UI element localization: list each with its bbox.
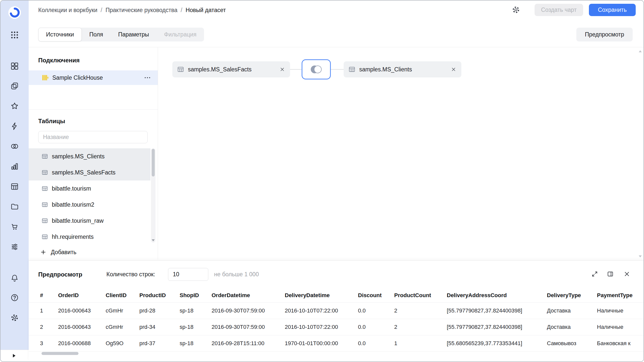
cell: 2016-000643 <box>58 324 106 330</box>
connection-name: Sample ClickHouse <box>52 74 103 81</box>
breadcrumb-collections[interactable]: Коллекции и воркбуки <box>38 7 97 14</box>
source-node-label: samples.MS_Clients <box>359 66 451 73</box>
column-header: # <box>40 292 58 299</box>
breadcrumb-guides[interactable]: Практические руководства <box>105 7 177 14</box>
files-folder-icon[interactable] <box>10 202 19 211</box>
help-icon[interactable] <box>10 293 19 302</box>
table-list-item[interactable]: samples.MS_SalesFacts <box>29 164 150 180</box>
cell: sp-18 <box>180 307 212 314</box>
widgets-icon[interactable] <box>10 62 19 70</box>
dataset-settings-gear-icon[interactable] <box>512 6 520 14</box>
preview-table: # OrderID ClientID ProductID ShopID Orde… <box>29 288 643 352</box>
save-button[interactable]: Сохранить <box>589 4 636 16</box>
horizontal-scrollbar-thumb[interactable] <box>42 352 78 355</box>
connections-lightning-icon[interactable] <box>10 122 19 130</box>
join-canvas: samples.MS_SalesFacts samples.MS_Clients <box>158 47 643 259</box>
sources-panel: Подключения Sample ClickHouse Таблицы sa… <box>29 47 158 259</box>
cell: 0.0 <box>358 324 394 330</box>
cell: 2 <box>394 307 447 314</box>
table-name: samples.MS_Clients <box>52 153 105 160</box>
charts-bar-icon[interactable] <box>10 162 19 171</box>
cell: 2016-09-30T07:59:00 <box>212 324 285 330</box>
cell: sp-18 <box>180 324 212 330</box>
row-count-input[interactable] <box>168 268 208 281</box>
collections-icon[interactable] <box>10 82 19 90</box>
table-search-input[interactable] <box>38 131 148 143</box>
datalens-logo[interactable] <box>8 6 21 19</box>
table-name: bibattle.tourism2 <box>52 201 94 208</box>
table-list-item[interactable]: bibattle.tourism_raw <box>29 213 150 229</box>
column-header: DeliveryType <box>547 292 597 299</box>
preview-panel: Предпросмотр Количество строк: не больше… <box>29 260 643 361</box>
cell: [55.797790827,37.824400398] <box>447 324 547 330</box>
cell: Og59O <box>106 340 139 347</box>
join-connector-line <box>290 69 302 70</box>
preview-title: Предпросмотр <box>38 261 82 288</box>
notifications-bell-icon[interactable] <box>10 274 19 282</box>
favorites-star-icon[interactable] <box>10 102 19 110</box>
scroll-down-arrow-icon[interactable] <box>639 255 642 257</box>
services-sliders-icon[interactable] <box>10 243 19 251</box>
column-header: DeliveryAddressCoord <box>447 292 547 299</box>
table-row: 1 2016-000643 cGmHr prd-28 sp-18 2016-09… <box>29 303 643 319</box>
preview-layout-icon[interactable] <box>607 270 614 278</box>
connection-menu-icon[interactable] <box>144 74 151 81</box>
cell: Самовывоз <box>547 340 597 347</box>
plus-icon <box>40 249 47 255</box>
cell: Наличные <box>597 307 643 314</box>
cell: 3 <box>40 340 58 347</box>
cell: 2 <box>394 324 447 330</box>
create-chart-button[interactable]: Создать чарт <box>535 4 583 16</box>
preview-toggle-button[interactable]: Предпросмотр <box>576 28 633 41</box>
table-list-item[interactable]: hh.requirements <box>29 229 150 245</box>
canvas-scrollbar[interactable] <box>638 50 642 257</box>
column-header: OrderDatetime <box>212 292 285 299</box>
tab-filtering[interactable]: Фильтрация <box>156 28 204 41</box>
preview-table-header: # OrderID ClientID ProductID ShopID Orde… <box>29 288 643 303</box>
marketplace-cart-icon[interactable] <box>10 222 19 231</box>
cell: cGmHr <box>106 307 139 314</box>
datasets-circles-icon[interactable] <box>10 142 19 151</box>
cell: [55.797790827,37.824400398] <box>447 307 547 314</box>
table-name: bibattle.tourism_raw <box>52 217 104 224</box>
source-node-clients[interactable]: samples.MS_Clients <box>344 61 461 77</box>
tab-sources[interactable]: Источники <box>38 28 82 41</box>
row-count-hint: не больше 1 000 <box>214 261 259 288</box>
connection-item-sample-clickhouse[interactable]: Sample ClickHouse <box>29 70 158 85</box>
cell: Доставка <box>547 324 597 330</box>
scroll-down-arrow-icon[interactable] <box>152 239 155 241</box>
apps-grid-icon[interactable] <box>10 31 19 39</box>
cell: prd-37 <box>139 340 180 347</box>
add-table-button[interactable]: Добавить <box>29 245 150 259</box>
cell: prd-34 <box>139 324 180 330</box>
settings-gear-icon[interactable] <box>10 313 19 322</box>
scroll-up-arrow-icon[interactable] <box>639 50 642 52</box>
table-icon <box>177 66 184 73</box>
dashboards-table-icon[interactable] <box>10 182 19 191</box>
sidebar-collapse-bar[interactable] <box>1 350 29 361</box>
join-type-button[interactable] <box>302 59 331 79</box>
tab-parameters[interactable]: Параметры <box>111 28 157 41</box>
table-icon <box>42 185 48 192</box>
inner-join-icon <box>308 64 325 75</box>
close-preview-icon[interactable] <box>623 270 630 278</box>
tab-fields[interactable]: Поля <box>82 28 111 41</box>
connections-title: Подключения <box>38 57 80 64</box>
expand-preview-icon[interactable] <box>591 270 598 278</box>
table-name: hh.requirements <box>52 234 94 240</box>
cell: 2016-000643 <box>58 307 106 314</box>
row-count-label: Количество строк: <box>106 261 155 288</box>
remove-source-icon[interactable] <box>451 67 456 72</box>
expand-panel-play-icon[interactable] <box>11 352 17 359</box>
remove-source-icon[interactable] <box>279 67 285 72</box>
tables-scrollbar[interactable] <box>151 148 155 243</box>
scrollbar-thumb[interactable] <box>152 149 155 176</box>
table-list-item[interactable]: samples.MS_Clients <box>29 148 150 164</box>
top-header: Коллекции и воркбуки / Практические руко… <box>29 1 643 24</box>
clickhouse-icon <box>42 74 49 81</box>
source-node-salesfacts[interactable]: samples.MS_SalesFacts <box>172 61 290 77</box>
table-name: samples.MS_SalesFacts <box>52 169 115 176</box>
table-list-item[interactable]: bibattle.tourism <box>29 180 150 197</box>
breadcrumb: Коллекции и воркбуки / Практические руко… <box>38 1 226 20</box>
table-list-item[interactable]: bibattle.tourism2 <box>29 197 150 213</box>
